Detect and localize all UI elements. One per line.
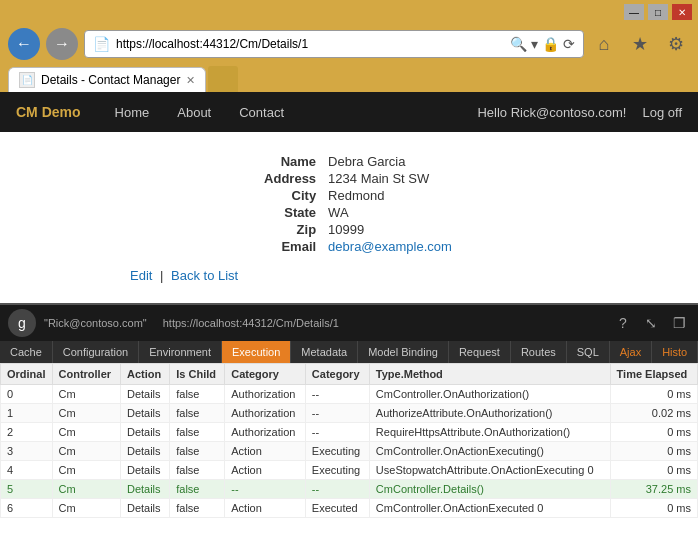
glimpse-help-button[interactable]: ? xyxy=(612,312,634,334)
dropdown-icon[interactable]: ▾ xyxy=(531,36,538,52)
cell-cat2: -- xyxy=(305,385,369,404)
url-input[interactable] xyxy=(116,37,504,51)
cell-ordinal: 0 xyxy=(1,385,53,404)
cell-method: CmController.Details() xyxy=(369,480,610,499)
cell-time: 0.02 ms xyxy=(610,404,697,423)
cell-cat2: Executing xyxy=(305,461,369,480)
cell-time: 0 ms xyxy=(610,442,697,461)
gtab-routes[interactable]: Routes xyxy=(511,341,567,363)
glimpse-expand-button[interactable]: ⤡ xyxy=(640,312,662,334)
cell-controller: Cm xyxy=(52,385,120,404)
action-links: Edit | Back to List xyxy=(130,268,658,283)
back-button[interactable]: ← xyxy=(8,28,40,60)
cell-cat2: -- xyxy=(305,404,369,423)
cell-controller: Cm xyxy=(52,404,120,423)
th-time-elapsed: Time Elapsed xyxy=(610,364,697,385)
close-button[interactable]: ✕ xyxy=(672,4,692,20)
cell-method: RequireHttpsAttribute.OnAuthorization() xyxy=(369,423,610,442)
cell-controller: Cm xyxy=(52,499,120,518)
table-row: 3 Cm Details false Action Executing CmCo… xyxy=(1,442,698,461)
cell-method: CmController.OnAuthorization() xyxy=(369,385,610,404)
gtab-histo[interactable]: Histo xyxy=(652,341,698,363)
nav-brand[interactable]: CM Demo xyxy=(16,104,81,120)
email-label: Email xyxy=(246,239,326,254)
cell-controller: Cm xyxy=(52,480,120,499)
edit-link[interactable]: Edit xyxy=(130,268,152,283)
nav-links: Home About Contact xyxy=(101,95,298,130)
lock-icon: 🔒 xyxy=(542,36,559,52)
gtab-sql[interactable]: SQL xyxy=(567,341,610,363)
nav-contact[interactable]: Contact xyxy=(225,95,298,130)
gtab-configuration[interactable]: Configuration xyxy=(53,341,139,363)
settings-icon[interactable]: ⚙ xyxy=(662,30,690,58)
gtab-execution[interactable]: Execution xyxy=(222,341,291,363)
home-icon[interactable]: ⌂ xyxy=(590,30,618,58)
th-category2: Category xyxy=(305,364,369,385)
forward-button[interactable]: → xyxy=(46,28,78,60)
cell-time: 0 ms xyxy=(610,423,697,442)
cell-is-child: false xyxy=(170,461,225,480)
email-row: Email debra@example.com xyxy=(246,239,452,254)
city-value: Redmond xyxy=(328,188,452,203)
cell-method: CmController.OnActionExecuted 0 xyxy=(369,499,610,518)
th-type-method: Type.Method xyxy=(369,364,610,385)
cell-is-child: false xyxy=(170,404,225,423)
cell-cat1: Action xyxy=(225,442,306,461)
th-action: Action xyxy=(120,364,169,385)
nav-about[interactable]: About xyxy=(163,95,225,130)
refresh-icon[interactable]: ⟳ xyxy=(563,36,575,52)
nav-logoff[interactable]: Log off xyxy=(642,105,682,120)
state-label: State xyxy=(246,205,326,220)
cell-is-child: false xyxy=(170,480,225,499)
tab-favicon: 📄 xyxy=(19,72,35,88)
th-ordinal: Ordinal xyxy=(1,364,53,385)
gtab-metadata[interactable]: Metadata xyxy=(291,341,358,363)
glimpse-user: "Rick@contoso.com" xyxy=(44,317,147,329)
cell-action: Details xyxy=(120,480,169,499)
state-value: WA xyxy=(328,205,452,220)
navbar: CM Demo Home About Contact Hello Rick@co… xyxy=(0,92,698,132)
email-value[interactable]: debra@example.com xyxy=(328,239,452,254)
nav-home[interactable]: Home xyxy=(101,95,164,130)
cell-controller: Cm xyxy=(52,423,120,442)
cell-time: 37.25 ms xyxy=(610,480,697,499)
table-header-row: Ordinal Controller Action Is Child Categ… xyxy=(1,364,698,385)
glimpse-popout-button[interactable]: ❐ xyxy=(668,312,690,334)
gtab-ajax[interactable]: Ajax xyxy=(610,341,652,363)
cell-cat2: -- xyxy=(305,480,369,499)
minimize-button[interactable]: — xyxy=(624,4,644,20)
cell-controller: Cm xyxy=(52,461,120,480)
maximize-button[interactable]: □ xyxy=(648,4,668,20)
cell-ordinal: 5 xyxy=(1,480,53,499)
cell-method: CmController.OnActionExecuting() xyxy=(369,442,610,461)
new-tab-button[interactable] xyxy=(208,66,238,92)
gtab-environment[interactable]: Environment xyxy=(139,341,222,363)
gtab-model-binding[interactable]: Model Binding xyxy=(358,341,449,363)
cell-time: 0 ms xyxy=(610,461,697,480)
tab-title: Details - Contact Manager xyxy=(41,73,180,87)
cell-action: Details xyxy=(120,423,169,442)
name-row: Name Debra Garcia xyxy=(246,154,452,169)
cell-cat2: Executed xyxy=(305,499,369,518)
favorites-icon[interactable]: ★ xyxy=(626,30,654,58)
glimpse-header-actions: ? ⤡ ❐ xyxy=(612,312,690,334)
city-row: City Redmond xyxy=(246,188,452,203)
cell-method: AuthorizeAttribute.OnAuthorization() xyxy=(369,404,610,423)
cell-cat1: Authorization xyxy=(225,423,306,442)
cell-controller: Cm xyxy=(52,442,120,461)
back-to-list-link[interactable]: Back to List xyxy=(171,268,238,283)
search-icon[interactable]: 🔍 xyxy=(510,36,527,52)
cell-cat1: Authorization xyxy=(225,404,306,423)
close-tab-button[interactable]: ✕ xyxy=(186,74,195,87)
address-label: Address xyxy=(246,171,326,186)
gtab-request[interactable]: Request xyxy=(449,341,511,363)
cell-action: Details xyxy=(120,385,169,404)
gtab-cache[interactable]: Cache xyxy=(0,341,53,363)
glimpse-tabs: Cache Configuration Environment Executio… xyxy=(0,341,698,363)
cell-action: Details xyxy=(120,461,169,480)
browser-tab[interactable]: 📄 Details - Contact Manager ✕ xyxy=(8,67,206,92)
cell-ordinal: 1 xyxy=(1,404,53,423)
cell-cat1: Authorization xyxy=(225,385,306,404)
cell-cat2: -- xyxy=(305,423,369,442)
table-row: 1 Cm Details false Authorization -- Auth… xyxy=(1,404,698,423)
